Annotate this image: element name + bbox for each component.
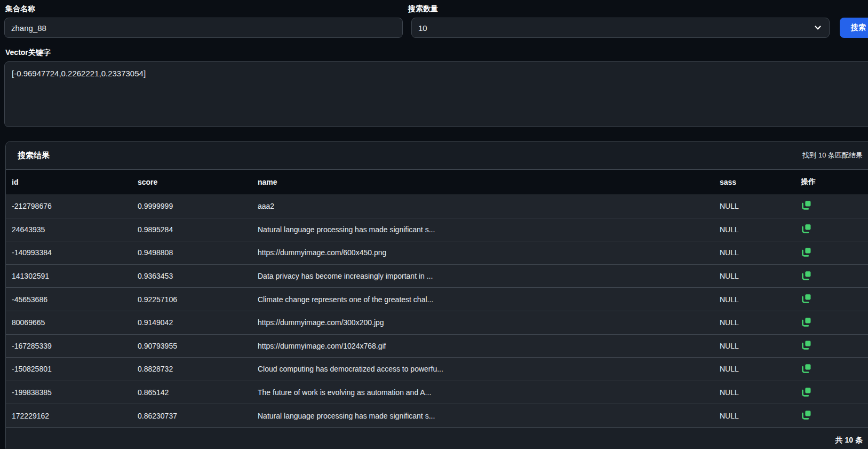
collection-name-input[interactable] (4, 18, 403, 38)
cell-name: Natural language processing has made sig… (258, 412, 720, 420)
copy-icon (802, 271, 811, 280)
cell-sass: NULL (720, 342, 801, 350)
cell-name: Natural language processing has made sig… (258, 225, 720, 234)
search-count-label: 搜索数量 (408, 4, 438, 14)
table-body: -212798676 0.9999999 aaa2 NULL 24643935 … (6, 194, 868, 427)
vector-search-page: 集合名称 搜索数量 10 搜索 Vector关键字 [-0.96947724,0… (0, 0, 868, 449)
cell-id: -212798676 (12, 202, 138, 210)
copy-icon (802, 317, 811, 327)
cell-score: 0.90793955 (138, 342, 258, 350)
copy-button[interactable] (802, 271, 813, 280)
cell-score: 0.9363453 (138, 272, 258, 280)
cell-action (801, 364, 868, 375)
copy-icon (802, 340, 811, 350)
cell-name: Cloud computing has democratized access … (258, 365, 720, 373)
copy-icon (802, 247, 811, 257)
cell-sass: NULL (720, 202, 801, 210)
cell-sass: NULL (720, 318, 801, 327)
vector-keyword-label: Vector关键字 (5, 48, 51, 58)
search-count-select[interactable]: 10 (411, 18, 830, 38)
cell-score: 0.9999999 (138, 202, 258, 210)
cell-id: 80069665 (12, 318, 138, 327)
cell-action (801, 317, 868, 328)
copy-icon (802, 294, 811, 303)
copy-button[interactable] (802, 247, 813, 257)
cell-id: -199838385 (12, 388, 138, 397)
cell-id: -45653686 (12, 295, 138, 304)
cell-action (801, 224, 868, 235)
cell-id: 24643935 (12, 225, 138, 234)
cell-id: -150825801 (12, 365, 138, 373)
copy-button[interactable] (802, 317, 813, 327)
cell-name: aaa2 (258, 202, 720, 210)
cell-id: 141302591 (12, 272, 138, 280)
cell-score: 0.865142 (138, 388, 258, 397)
cell-name: Climate change represents one of the gre… (258, 295, 720, 304)
table-row: 24643935 0.9895284 Natural language proc… (6, 218, 868, 241)
cell-action (801, 271, 868, 282)
cell-score: 0.92257106 (138, 295, 258, 304)
cell-name: https://dummyimage.com/300x200.jpg (258, 318, 720, 327)
copy-icon (802, 364, 811, 373)
cell-name: https://dummyimage.com/600x450.png (258, 248, 720, 257)
table-row: -212798676 0.9999999 aaa2 NULL (6, 194, 868, 218)
copy-button[interactable] (802, 200, 813, 210)
cell-action (801, 200, 868, 211)
search-button[interactable]: 搜索 (840, 18, 868, 38)
table-row: -199838385 0.865142 The future of work i… (6, 381, 868, 404)
cell-action (801, 410, 868, 421)
cell-name: Data privacy has become increasingly imp… (258, 272, 720, 280)
cell-score: 0.86230737 (138, 412, 258, 420)
vector-keyword-textarea[interactable]: [-0.96947724,0.2262221,0.23373054] (4, 61, 868, 127)
cell-action (801, 340, 868, 351)
copy-icon (802, 224, 811, 233)
results-footer: 共 10 条 (6, 427, 868, 449)
column-header-score: score (138, 178, 258, 186)
cell-score: 0.8828732 (138, 365, 258, 373)
cell-sass: NULL (720, 388, 801, 397)
table-row: -45653686 0.92257106 Climate change repr… (6, 287, 868, 311)
copy-icon (802, 387, 811, 397)
copy-icon (802, 410, 811, 420)
cell-score: 0.9895284 (138, 225, 258, 234)
copy-button[interactable] (802, 340, 813, 350)
copy-button[interactable] (802, 387, 813, 397)
cell-sass: NULL (720, 248, 801, 257)
cell-sass: NULL (720, 412, 801, 420)
column-header-id: id (12, 178, 138, 186)
cell-sass: NULL (720, 295, 801, 304)
copy-button[interactable] (802, 294, 813, 303)
cell-name: The future of work is evolving as automa… (258, 388, 720, 397)
cell-sass: NULL (720, 225, 801, 234)
table-row: -150825801 0.8828732 Cloud computing has… (6, 357, 868, 381)
table-row: -140993384 0.9498808 https://dummyimage.… (6, 241, 868, 264)
cell-score: 0.9149042 (138, 318, 258, 327)
search-count-select-wrap: 10 (411, 18, 830, 38)
cell-name: https://dummyimage.com/1024x768.gif (258, 342, 720, 350)
cell-action (801, 294, 868, 305)
cell-score: 0.9498808 (138, 248, 258, 257)
copy-button[interactable] (802, 410, 813, 420)
table-row: 80069665 0.9149042 https://dummyimage.co… (6, 311, 868, 334)
cell-id: 172229162 (12, 412, 138, 420)
table-header-row: id score name sass 操作 (6, 170, 868, 194)
column-header-sass: sass (720, 178, 801, 186)
cell-id: -167285339 (12, 342, 138, 350)
results-title: 搜索结果 (18, 151, 50, 161)
column-header-action: 操作 (801, 177, 868, 187)
copy-button[interactable] (802, 224, 813, 233)
cell-id: -140993384 (12, 248, 138, 257)
cell-sass: NULL (720, 365, 801, 373)
results-summary: 找到 10 条匹配结果 (802, 151, 863, 160)
search-results-panel: 搜索结果 找到 10 条匹配结果 id score name sass 操作 -… (5, 141, 868, 449)
table-row: 172229162 0.86230737 Natural language pr… (6, 404, 868, 427)
table-row: -167285339 0.90793955 https://dummyimage… (6, 334, 868, 358)
copy-button[interactable] (802, 364, 813, 373)
table-row: 141302591 0.9363453 Data privacy has bec… (6, 264, 868, 288)
collection-name-label: 集合名称 (5, 4, 35, 14)
copy-icon (802, 200, 811, 210)
cell-sass: NULL (720, 272, 801, 280)
cell-action (801, 387, 868, 398)
results-panel-header: 搜索结果 找到 10 条匹配结果 (6, 141, 868, 170)
results-footer-total: 共 10 条 (835, 436, 863, 445)
